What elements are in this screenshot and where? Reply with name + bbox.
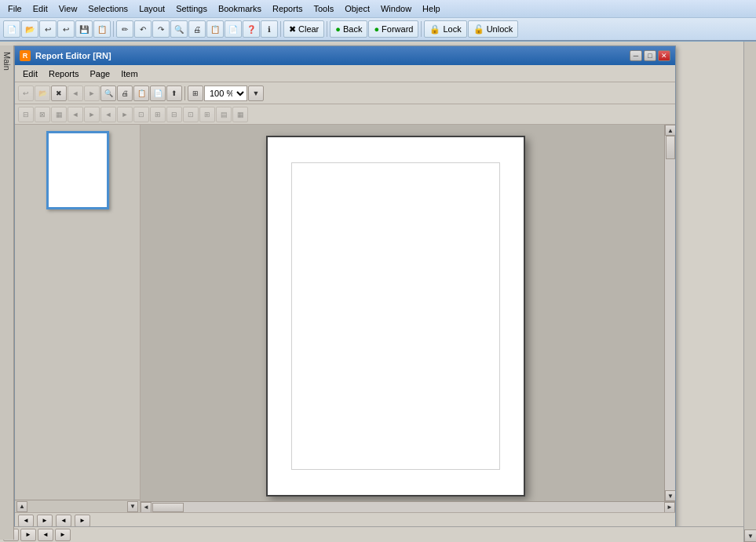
menu-help[interactable]: Help — [418, 2, 445, 15]
outer-next-btn[interactable]: ► — [20, 529, 36, 541]
zoom-select[interactable]: 100 % 75 % 150 % — [204, 85, 247, 101]
tb2-btn14[interactable]: ▦ — [232, 107, 248, 122]
inner-export-btn[interactable]: ⬆ — [166, 85, 182, 101]
lock-button[interactable]: 🔒 Lock — [424, 20, 466, 38]
inner-undo-btn[interactable]: ↩ — [18, 85, 34, 101]
clear-button[interactable]: ✖ Clear — [283, 20, 324, 38]
inner-copy2-btn[interactable]: 📋 — [133, 85, 149, 101]
menu-tools[interactable]: Tools — [309, 2, 338, 15]
close-button[interactable]: ✕ — [658, 50, 670, 61]
menu-edit[interactable]: Edit — [28, 2, 53, 15]
search-button[interactable]: 🔍 — [170, 20, 188, 38]
page-content[interactable]: ▲ ▼ — [141, 125, 675, 501]
open-button[interactable]: 📂 — [21, 20, 38, 38]
save-as-button[interactable]: 📋 — [93, 20, 111, 38]
forward-button[interactable]: ● Forward — [368, 20, 418, 38]
inner-title-text: Report Editor [RN] — [35, 51, 111, 60]
inner-close-btn[interactable]: ✖ — [51, 85, 67, 101]
restore-button[interactable]: □ — [644, 50, 656, 61]
print-button[interactable]: 🖨 — [188, 20, 206, 38]
edit-button[interactable]: ✏ — [116, 20, 133, 38]
menu-file[interactable]: File — [3, 2, 27, 15]
content-area: ▲ ▼ ▲ ▼ ◄ — [15, 125, 675, 512]
inner-fwd2-btn[interactable]: ► — [84, 85, 100, 101]
tb2-btn10[interactable]: ⊟ — [166, 107, 182, 122]
redo2-button[interactable]: ↷ — [152, 20, 170, 38]
vscroll-track — [665, 136, 675, 490]
inner-menu-item[interactable]: Item — [116, 67, 142, 80]
sep1 — [113, 21, 114, 37]
paste-button[interactable]: 📄 — [225, 20, 242, 38]
info-btn[interactable]: ℹ — [261, 20, 278, 38]
inner-paste2-btn[interactable]: 📄 — [150, 85, 166, 101]
thumbnail-page-1[interactable] — [21, 131, 133, 209]
outer-next2-btn[interactable]: ► — [55, 529, 71, 541]
menu-window[interactable]: Window — [376, 2, 416, 15]
help-btn[interactable]: ❓ — [243, 20, 260, 38]
inner-toolbar-1: ↩ 📂 ✖ ◄ ► 🔍 🖨 📋 📄 ⬆ ⊞ 100 % 75 % 150 % ▼ — [15, 82, 675, 104]
tb2-btn4[interactable]: ◄ — [68, 107, 83, 122]
tb2-btn11[interactable]: ⊡ — [183, 107, 199, 122]
status-prev2-btn[interactable]: ◄ — [56, 515, 71, 527]
back-icon: ● — [335, 24, 341, 34]
inner-menu-page[interactable]: Page — [86, 67, 115, 80]
save-button[interactable]: 💾 — [75, 20, 93, 38]
menu-reports[interactable]: Reports — [268, 2, 308, 15]
tb2-btn3[interactable]: ▦ — [51, 107, 67, 122]
status-prev-btn[interactable]: ◄ — [18, 515, 34, 527]
inner-open-btn[interactable]: 📂 — [35, 85, 50, 101]
zoom-dropdown-btn[interactable]: ▼ — [248, 85, 264, 101]
thumbnail-scroll[interactable] — [15, 125, 140, 500]
vscroll-thumb[interactable] — [666, 136, 675, 159]
thumb-scroll-down[interactable]: ▼ — [127, 501, 138, 512]
menu-bookmarks[interactable]: Bookmarks — [214, 2, 266, 15]
inner-menu-edit[interactable]: Edit — [18, 67, 42, 80]
inner-back2-btn[interactable]: ◄ — [68, 85, 83, 101]
main-vscroll-track — [744, 13, 756, 529]
thumbnail-scroll-controls: ▲ ▼ — [15, 500, 140, 512]
tb2-btn6[interactable]: ◄ — [100, 107, 116, 122]
outer-prev2-btn[interactable]: ◄ — [38, 529, 53, 541]
copy-button[interactable]: 📋 — [206, 20, 224, 38]
status-next2-btn[interactable]: ► — [75, 515, 90, 527]
inner-zoom-btn[interactable]: 🔍 — [100, 85, 116, 101]
tb2-btn13[interactable]: ▤ — [216, 107, 232, 122]
tb2-btn5[interactable]: ► — [84, 107, 100, 122]
menu-object[interactable]: Object — [340, 2, 374, 15]
vscroll-up-arrow[interactable]: ▲ — [665, 125, 675, 136]
tb2-btn12[interactable]: ⊞ — [199, 107, 215, 122]
unlock-button[interactable]: 🔓 Unlock — [468, 20, 519, 38]
inner-titlebar: R Report Editor [RN] ─ □ ✕ — [15, 46, 675, 65]
menu-selections[interactable]: Selections — [83, 2, 133, 15]
menu-layout[interactable]: Layout — [134, 2, 170, 15]
tb2-btn2[interactable]: ⊠ — [35, 107, 50, 122]
inner-title-buttons: ─ □ ✕ — [630, 50, 670, 61]
redo-button-1[interactable]: ↩ — [57, 20, 75, 38]
menu-settings[interactable]: Settings — [171, 2, 212, 15]
tb2-btn1[interactable]: ⊟ — [18, 107, 34, 122]
hscroll-left-arrow[interactable]: ◄ — [141, 502, 152, 513]
inner-window: R Report Editor [RN] ─ □ ✕ Edit Reports … — [14, 45, 676, 540]
vscroll-down-arrow[interactable]: ▼ — [665, 490, 675, 501]
h-scrollbar: ◄ ► — [141, 501, 675, 512]
inner-menu-reports[interactable]: Reports — [44, 67, 84, 80]
main-vscroll-down[interactable]: ▼ — [744, 529, 756, 542]
inner-fit-btn[interactable]: ⊞ — [188, 85, 203, 101]
thumb-scroll-up[interactable]: ▲ — [16, 501, 27, 512]
minimize-button[interactable]: ─ — [630, 50, 642, 61]
tb2-btn8[interactable]: ⊡ — [133, 107, 149, 122]
status-next-btn[interactable]: ► — [37, 515, 53, 527]
tb2-btn9[interactable]: ⊞ — [150, 107, 166, 122]
back-button[interactable]: ● Back — [330, 20, 367, 38]
document-page — [266, 136, 525, 497]
inner-print2-btn[interactable]: 🖨 — [117, 85, 133, 101]
main-vscrollbar: ▲ ▼ — [743, 0, 756, 542]
hscroll-thumb[interactable] — [152, 503, 184, 512]
undo2-button[interactable]: ↶ — [134, 20, 152, 38]
new-button[interactable]: 📄 — [3, 20, 20, 38]
forward-label: Forward — [382, 24, 413, 34]
hscroll-right-arrow[interactable]: ► — [664, 502, 675, 513]
menu-view[interactable]: View — [54, 2, 82, 15]
undo-button[interactable]: ↩ — [39, 20, 57, 38]
tb2-btn7[interactable]: ► — [117, 107, 133, 122]
